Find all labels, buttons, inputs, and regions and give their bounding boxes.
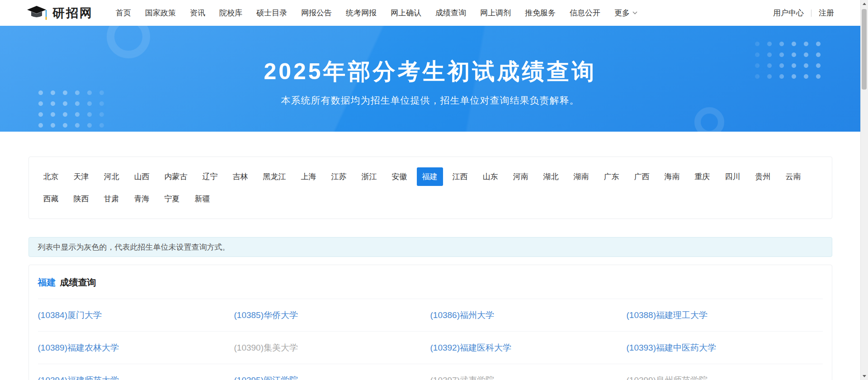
logo-text: 研招网 — [52, 5, 93, 21]
section-title: 成绩查询 — [60, 276, 96, 289]
decor-ring-left — [107, 26, 150, 58]
university-link[interactable]: (10386)福州大学 — [430, 299, 627, 331]
province-tab[interactable]: 天津 — [68, 167, 94, 186]
top-nav: 研招网 首页国家政策资讯院校库硕士目录网报公告统考网报网上确认成绩查询网上调剂推… — [0, 0, 860, 26]
scrollbar[interactable] — [860, 0, 868, 380]
nav-item[interactable]: 院校库 — [219, 8, 242, 18]
province-tab[interactable]: 北京 — [38, 167, 64, 186]
notice-bar: 列表中显示为灰色的，代表此招生单位未设置查询方式。 — [28, 237, 832, 257]
province-tab[interactable]: 江苏 — [326, 167, 352, 186]
nav-divider — [811, 10, 811, 17]
nav-item[interactable]: 首页 — [116, 8, 131, 18]
user-center-link[interactable]: 用户中心 — [773, 8, 804, 18]
province-list: 北京天津河北山西内蒙古辽宁吉林黑龙江上海江苏浙江安徽福建江西山东河南湖北湖南广东… — [38, 167, 823, 208]
university-link[interactable]: (10388)福建理工大学 — [627, 299, 823, 331]
province-tab[interactable]: 吉林 — [227, 167, 254, 186]
university-disabled: (10399)泉州师范学院 — [627, 364, 823, 380]
university-link[interactable]: (10384)厦门大学 — [38, 299, 234, 331]
province-tab[interactable]: 浙江 — [356, 167, 382, 186]
province-tab[interactable]: 山西 — [129, 167, 155, 186]
province-tab[interactable]: 河南 — [508, 167, 534, 186]
province-tab[interactable]: 山东 — [477, 167, 504, 186]
nav-menu: 首页国家政策资讯院校库硕士目录网报公告统考网报网上确认成绩查询网上调剂推免服务信… — [116, 8, 637, 18]
province-tab[interactable]: 四川 — [720, 167, 746, 186]
province-tab[interactable]: 广西 — [629, 167, 655, 186]
decor-ring-right — [694, 107, 724, 132]
nav-item[interactable]: 网报公告 — [301, 8, 332, 18]
province-tab[interactable]: 贵州 — [750, 167, 776, 186]
nav-more-label: 更多 — [614, 8, 630, 18]
page-subtitle: 本系统所有数据均为招生单位提供，招生单位对查询结果负责解释。 — [0, 95, 860, 106]
province-tab[interactable]: 宁夏 — [159, 190, 185, 208]
university-link[interactable]: (10394)福建师范大学 — [38, 364, 234, 380]
university-link[interactable]: (10385)华侨大学 — [234, 299, 430, 331]
university-row: (10384)厦门大学(10385)华侨大学(10386)福州大学(10388)… — [38, 299, 823, 331]
province-tab[interactable]: 上海 — [296, 167, 322, 186]
chevron-down-icon — [632, 11, 637, 14]
province-tab[interactable]: 黑龙江 — [258, 167, 292, 186]
province-tab[interactable]: 青海 — [129, 190, 155, 208]
section-region: 福建 — [38, 276, 56, 289]
nav-item[interactable]: 网上调剂 — [480, 8, 511, 18]
university-disabled: (10390)集美大学 — [234, 332, 430, 364]
province-tab[interactable]: 福建 — [417, 167, 443, 186]
score-query-card: 福建 成绩查询 (10384)厦门大学(10385)华侨大学(10386)福州大… — [28, 265, 832, 380]
university-list: (10384)厦门大学(10385)华侨大学(10386)福州大学(10388)… — [38, 299, 823, 380]
scrollbar-thumb[interactable] — [862, 9, 867, 90]
university-link[interactable]: (10395)闽江学院 — [234, 364, 430, 380]
scrollbar-down-arrow[interactable] — [861, 372, 868, 380]
university-link[interactable]: (10393)福建中医药大学 — [627, 332, 823, 364]
university-link[interactable]: (10389)福建农林大学 — [38, 332, 234, 364]
nav-item[interactable]: 信息公开 — [570, 8, 600, 18]
main-content: 北京天津河北山西内蒙古辽宁吉林黑龙江上海江苏浙江安徽福建江西山东河南湖北湖南广东… — [28, 157, 832, 380]
university-disabled: (10397)武夷学院 — [430, 364, 627, 380]
nav-item[interactable]: 推免服务 — [525, 8, 556, 18]
province-tab[interactable]: 辽宁 — [197, 167, 223, 186]
province-tab[interactable]: 湖南 — [568, 167, 594, 186]
register-link[interactable]: 注册 — [819, 8, 834, 18]
nav-item[interactable]: 国家政策 — [145, 8, 176, 18]
nav-item[interactable]: 统考网报 — [346, 8, 377, 18]
graduation-cap-icon — [27, 5, 48, 21]
nav-item[interactable]: 网上确认 — [391, 8, 421, 18]
province-tab[interactable]: 新疆 — [189, 190, 216, 208]
scrollbar-up-arrow[interactable] — [861, 0, 868, 8]
nav-item[interactable]: 硕士目录 — [256, 8, 287, 18]
page: 研招网 首页国家政策资讯院校库硕士目录网报公告统考网报网上确认成绩查询网上调剂推… — [0, 0, 860, 380]
nav-item[interactable]: 成绩查询 — [435, 8, 466, 18]
province-tab[interactable]: 西藏 — [38, 190, 64, 208]
province-tab[interactable]: 湖北 — [538, 167, 564, 186]
province-tab[interactable]: 海南 — [659, 167, 685, 186]
nav-item[interactable]: 资讯 — [190, 8, 205, 18]
hero-banner: 2025年部分考生初试成绩查询 本系统所有数据均为招生单位提供，招生单位对查询结… — [0, 26, 860, 132]
province-selector: 北京天津河北山西内蒙古辽宁吉林黑龙江上海江苏浙江安徽福建江西山东河南湖北湖南广东… — [28, 157, 832, 219]
province-tab[interactable]: 广东 — [599, 167, 625, 186]
university-row: (10394)福建师范大学(10395)闽江学院(10397)武夷学院(1039… — [38, 364, 823, 380]
section-header: 福建 成绩查询 — [38, 265, 823, 299]
university-row: (10389)福建农林大学(10390)集美大学(10392)福建医科大学(10… — [38, 331, 823, 364]
page-title: 2025年部分考生初试成绩查询 — [0, 59, 860, 84]
province-tab[interactable]: 陕西 — [68, 190, 94, 208]
province-tab[interactable]: 甘肃 — [99, 190, 125, 208]
province-tab[interactable]: 重庆 — [689, 167, 716, 186]
notice-text: 列表中显示为灰色的，代表此招生单位未设置查询方式。 — [38, 242, 230, 252]
province-tab[interactable]: 安徽 — [387, 167, 413, 186]
university-link[interactable]: (10392)福建医科大学 — [430, 332, 627, 364]
province-tab[interactable]: 云南 — [780, 167, 807, 186]
province-tab[interactable]: 内蒙古 — [159, 167, 193, 186]
nav-item-more[interactable]: 更多 — [614, 8, 637, 18]
province-tab[interactable]: 江西 — [447, 167, 473, 186]
nav-right: 用户中心 注册 — [773, 8, 834, 18]
logo[interactable]: 研招网 — [27, 5, 93, 21]
province-tab[interactable]: 河北 — [99, 167, 125, 186]
